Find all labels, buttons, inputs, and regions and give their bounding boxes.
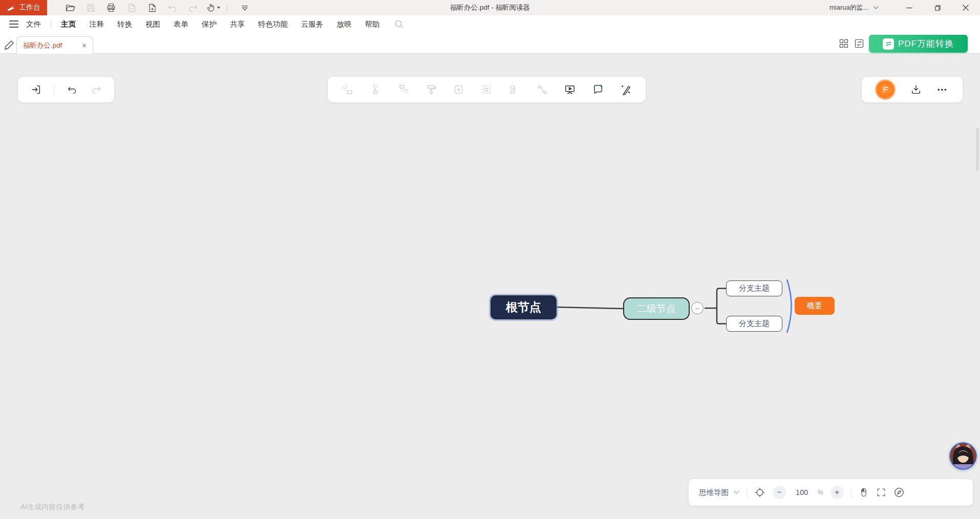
- menu-bar: 文件 主页 注释 转换 视图 表单 保护 共享 特色功能 云服务 放映 帮助: [0, 15, 980, 33]
- collapse-toolbar-icon[interactable]: [239, 2, 251, 14]
- view-control-bar: 思维导图 − 100 % +: [689, 479, 973, 506]
- redo-icon: [187, 2, 199, 14]
- tab-label: 福昕办公.pdf: [23, 41, 62, 50]
- assistant-avatar[interactable]: [949, 442, 977, 470]
- bar-separator: [747, 487, 747, 498]
- redo-icon: [90, 83, 103, 96]
- mindmap-branch-node-top[interactable]: 分支主题: [726, 280, 782, 296]
- menu-features[interactable]: 特色功能: [251, 15, 294, 33]
- menu-comment[interactable]: 注释: [82, 15, 111, 33]
- open-folder-icon[interactable]: [64, 2, 76, 14]
- convert-swap-icon[interactable]: [854, 38, 865, 50]
- pdf-convert-button[interactable]: PDF万能转换: [869, 35, 968, 53]
- chevron-down-icon: [734, 490, 739, 494]
- chevron-down-icon: [873, 6, 879, 10]
- convert-label: PDF万能转换: [898, 38, 954, 50]
- fullscreen-icon[interactable]: [876, 487, 886, 498]
- menu-home[interactable]: 主页: [54, 15, 82, 33]
- locate-center-icon[interactable]: [754, 487, 765, 498]
- insert-topic-icon: [341, 83, 354, 96]
- tab-bar: 福昕办公.pdf × PDF万能转换: [0, 33, 980, 54]
- bar-separator: [851, 487, 851, 498]
- mouse-mode-icon[interactable]: [859, 487, 869, 498]
- tab-close-icon[interactable]: ×: [82, 41, 87, 49]
- undo-icon[interactable]: [65, 83, 78, 96]
- relationship-icon: [508, 83, 521, 96]
- menu-view[interactable]: 视图: [139, 15, 167, 33]
- download-icon[interactable]: [909, 83, 923, 96]
- menu-protect[interactable]: 保护: [195, 15, 223, 33]
- add-page-icon[interactable]: [146, 2, 158, 14]
- select-area-icon: [480, 83, 493, 96]
- close-button[interactable]: [953, 0, 978, 15]
- menu-form[interactable]: 表单: [167, 15, 195, 33]
- insert-subtopic-icon: [369, 83, 382, 96]
- mindmap-secondary-node[interactable]: 二级节点: [623, 297, 690, 320]
- insert-floating-topic-icon: [452, 83, 465, 96]
- ai-disclaimer: AI生成内容仅供参考: [20, 503, 84, 512]
- workspace-label: 工作台: [19, 3, 40, 12]
- more-icon[interactable]: •••: [936, 83, 949, 96]
- mindmap-root-node[interactable]: 根节点: [491, 295, 557, 319]
- mindmap-branch-node-bottom[interactable]: 分支主题: [726, 316, 782, 332]
- hamburger-menu-icon[interactable]: [9, 20, 18, 28]
- undo-icon: [166, 2, 179, 14]
- minimize-button[interactable]: [897, 0, 922, 15]
- minus-glyph: −: [777, 488, 781, 497]
- mindmap-canvas[interactable]: ••• 根节点 二级节点 − 分支主题 分支主题 概要 思维导图 − 100 %…: [0, 54, 980, 519]
- ai-generate-icon[interactable]: [619, 83, 632, 96]
- menu-present[interactable]: 放映: [330, 15, 358, 33]
- search-icon[interactable]: [394, 19, 404, 29]
- toolbar-separator: [227, 4, 227, 12]
- mindmap-source-icon[interactable]: [875, 79, 896, 100]
- diagram-mode-label: 思维导图: [699, 488, 729, 498]
- zoom-out-button[interactable]: −: [773, 486, 786, 499]
- foxit-logo-icon: [7, 4, 16, 11]
- grid-view-icon[interactable]: [839, 38, 850, 50]
- menu-separator: [51, 20, 51, 28]
- left-toolbar: [18, 77, 114, 102]
- mindmap-summary-node[interactable]: 概要: [795, 297, 835, 315]
- window-title: 福昕办公.pdf - 福昕阅读器: [450, 0, 530, 15]
- plus-glyph: +: [835, 488, 839, 497]
- mindmap-toolbar: [328, 77, 646, 102]
- annotate-pencil-icon[interactable]: [4, 38, 16, 50]
- insert-parent-topic-icon: [397, 83, 410, 96]
- zoom-value: 100: [793, 488, 811, 496]
- hand-tool-icon[interactable]: [206, 2, 221, 14]
- menu-file[interactable]: 文件: [19, 15, 48, 33]
- document-tab[interactable]: 福昕办公.pdf ×: [16, 36, 93, 54]
- connection-line-icon: [536, 83, 549, 96]
- user-account[interactable]: miarua的监...: [829, 0, 879, 15]
- swap-icon: [883, 38, 894, 50]
- menu-convert[interactable]: 转换: [111, 15, 139, 33]
- ai-chat-icon[interactable]: [591, 83, 605, 96]
- exit-mindmap-icon[interactable]: [29, 83, 42, 96]
- vertical-scrollbar[interactable]: [976, 128, 979, 171]
- zoom-unit: %: [818, 489, 823, 496]
- mindmap-edges: [0, 54, 980, 519]
- collapse-branch-button[interactable]: −: [691, 302, 704, 314]
- more-dots: •••: [938, 86, 948, 94]
- title-bar: 工作台 福昕办公.pdf - 福昕阅读器 miarua的监...: [0, 0, 980, 15]
- save-icon: [84, 2, 97, 14]
- menu-cloud[interactable]: 云服务: [294, 15, 330, 33]
- toolbar-separator: [54, 84, 54, 95]
- presentation-mode-icon[interactable]: [563, 83, 577, 96]
- menu-help[interactable]: 帮助: [358, 15, 387, 33]
- zoom-in-button[interactable]: +: [830, 486, 844, 499]
- format-painter-icon: [424, 83, 438, 96]
- restore-button[interactable]: [925, 0, 949, 15]
- print-icon[interactable]: [105, 2, 117, 14]
- menu-share[interactable]: 共享: [223, 15, 251, 33]
- delete-page-icon: [125, 2, 138, 14]
- compass-icon[interactable]: [893, 487, 905, 498]
- diagram-mode-select[interactable]: 思维导图: [699, 488, 739, 498]
- workspace-button[interactable]: 工作台: [0, 0, 47, 15]
- right-toolbar: •••: [862, 77, 963, 102]
- user-name: miarua的监...: [829, 3, 869, 12]
